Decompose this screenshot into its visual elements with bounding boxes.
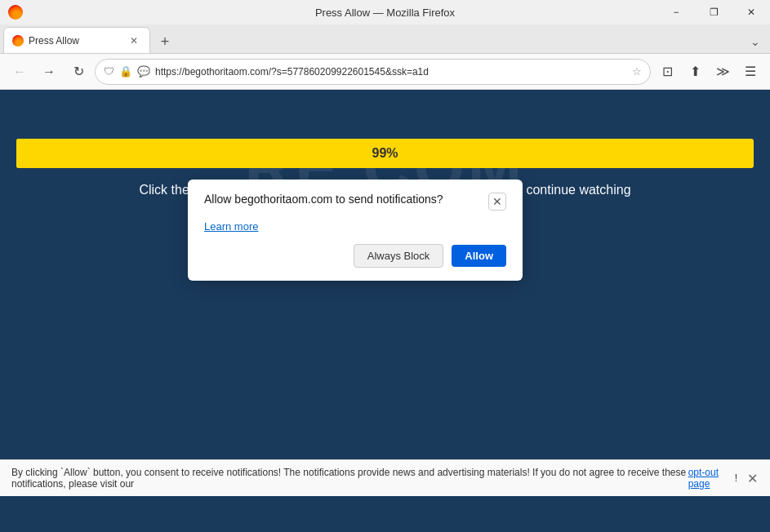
forward-button[interactable]: →	[36, 59, 62, 85]
toolbar-right-buttons: ⊡ ⬆ ≫ ☰	[654, 59, 763, 85]
notification-icon: 💬	[137, 65, 150, 78]
allow-button[interactable]: Allow	[452, 245, 506, 267]
popup-buttons: Always Block Allow	[204, 244, 506, 268]
address-url-text: https://begothoritaom.com/?s=57786020992…	[155, 66, 627, 78]
tab-list-button[interactable]: ⌄	[744, 30, 767, 53]
back-button[interactable]: ←	[7, 59, 33, 85]
firefox-logo-icon	[8, 5, 23, 20]
popup-header: Allow begothoritaom.com to send notifica…	[204, 193, 506, 211]
bottom-bar-text-after: !	[735, 472, 737, 484]
titlebar: Press Allow — Mozilla Firefox − ❐ ✕	[0, 0, 770, 24]
lock-icon: 🔒	[119, 65, 132, 78]
minimize-button[interactable]: −	[657, 0, 695, 24]
menu-button[interactable]: ☰	[737, 59, 763, 85]
bottom-bar-close-button[interactable]: ✕	[742, 468, 762, 488]
popup-title: Allow begothoritaom.com to send notifica…	[204, 193, 488, 206]
active-tab[interactable]: Press Allow ✕	[3, 27, 150, 53]
address-bar[interactable]: 🛡 🔒 💬 https://begothoritaom.com/?s=57786…	[95, 59, 651, 85]
content-area: RE.COM MYANIT Allow begothoritaom.com to…	[0, 90, 770, 496]
bottom-notification-bar: By clicking `Allow` button, you consent …	[0, 459, 770, 496]
close-button[interactable]: ✕	[732, 0, 770, 24]
progress-text: 99%	[372, 146, 398, 161]
always-block-button[interactable]: Always Block	[354, 244, 444, 268]
bookmark-star-icon[interactable]: ☆	[632, 65, 642, 78]
extensions-button[interactable]: ≫	[710, 59, 736, 85]
tab-title: Press Allow	[29, 35, 122, 47]
tab-close-button[interactable]: ✕	[127, 33, 141, 48]
pocket-button[interactable]: ⊡	[654, 59, 680, 85]
tabbar: Press Allow ✕ + ⌄	[0, 24, 770, 54]
titlebar-controls: − ❐ ✕	[657, 0, 770, 24]
shield-icon: 🛡	[104, 65, 114, 78]
tab-favicon-icon	[12, 35, 24, 47]
popup-close-button[interactable]: ✕	[488, 193, 506, 211]
titlebar-icon	[8, 5, 23, 20]
progress-container: 99%	[16, 139, 754, 168]
titlebar-title: Press Allow — Mozilla Firefox	[315, 7, 455, 19]
new-tab-button[interactable]: +	[154, 30, 176, 53]
bottom-bar-text-before: By clicking `Allow` button, you consent …	[11, 467, 688, 490]
refresh-button[interactable]: ↻	[65, 59, 91, 85]
share-button[interactable]: ⬆	[682, 59, 708, 85]
learn-more-link[interactable]: Learn more	[204, 220, 258, 233]
notification-popup: Allow begothoritaom.com to send notifica…	[188, 180, 523, 281]
restore-button[interactable]: ❐	[695, 0, 732, 24]
toolbar: ← → ↻ 🛡 🔒 💬 https://begothoritaom.com/?s…	[0, 54, 770, 90]
opt-out-link[interactable]: opt-out page	[688, 467, 735, 490]
